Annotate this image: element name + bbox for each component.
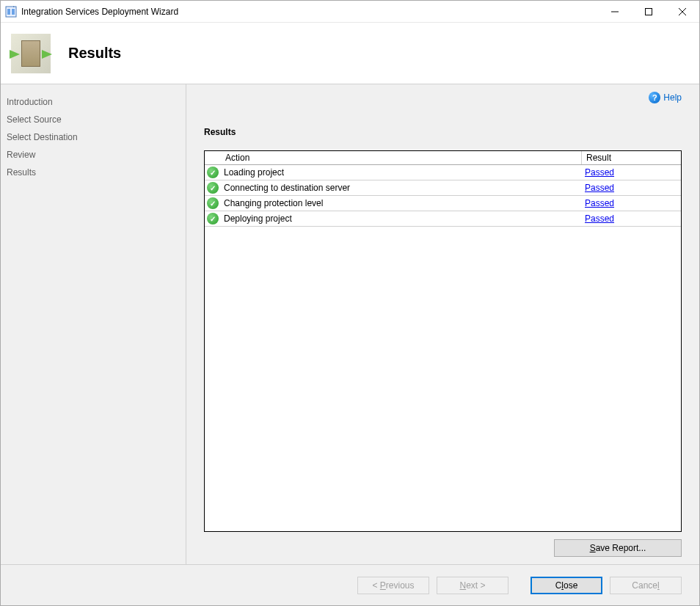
sidebar-item-select-destination[interactable]: Select Destination: [7, 128, 186, 146]
col-header-action[interactable]: Action: [221, 151, 582, 164]
svg-rect-2: [12, 9, 15, 15]
status-cell: ✓: [205, 211, 221, 226]
col-header-result[interactable]: Result: [582, 151, 681, 164]
wizard-header-icon: [11, 34, 51, 73]
action-cell: Changing protection level: [221, 196, 582, 211]
col-header-status[interactable]: [205, 151, 221, 164]
sidebar-item-review[interactable]: Review: [7, 146, 186, 164]
status-cell: ✓: [205, 180, 221, 195]
help-icon: ?: [649, 92, 660, 103]
save-report-button[interactable]: Save Report...: [554, 539, 682, 557]
result-link[interactable]: Passed: [585, 167, 614, 178]
status-cell: ✓: [205, 196, 221, 211]
results-section-title: Results: [204, 127, 682, 137]
previous-button: < Previous: [357, 577, 429, 594]
success-icon: ✓: [207, 197, 219, 209]
content-pane: ? Help Results Action Result ✓ Loading p…: [186, 84, 699, 564]
table-row: ✓ Loading project Passed: [205, 165, 681, 180]
sidebar-item-results[interactable]: Results: [7, 164, 186, 181]
sidebar-item-introduction[interactable]: Introduction: [7, 93, 186, 111]
table-row: ✓ Changing protection level Passed: [205, 196, 681, 211]
result-link[interactable]: Passed: [585, 213, 614, 224]
result-cell: Passed: [582, 211, 681, 226]
wizard-steps-sidebar: Introduction Select Source Select Destin…: [1, 84, 186, 564]
help-link[interactable]: ? Help: [649, 92, 682, 103]
result-cell: Passed: [582, 165, 681, 180]
action-cell: Connecting to destination server: [221, 180, 582, 195]
cancel-button: Cancel: [610, 577, 682, 594]
result-link[interactable]: Passed: [585, 198, 614, 208]
result-cell: Passed: [582, 196, 681, 211]
minimize-button[interactable]: [598, 1, 632, 23]
window-title: Integration Services Deployment Wizard: [21, 7, 178, 17]
maximize-button[interactable]: [632, 1, 666, 23]
save-report-row: Save Report...: [204, 539, 682, 557]
help-label: Help: [663, 92, 682, 103]
table-row: ✓ Deploying project Passed: [205, 211, 681, 227]
main-body: Introduction Select Source Select Destin…: [1, 84, 699, 564]
action-cell: Loading project: [221, 165, 582, 180]
table-header: Action Result: [205, 151, 681, 165]
close-button[interactable]: Close: [531, 577, 602, 594]
success-icon: ✓: [207, 182, 219, 194]
next-button: Next >: [437, 577, 508, 594]
page-title: Results: [68, 45, 121, 62]
svg-rect-1: [7, 9, 10, 15]
action-cell: Deploying project: [221, 211, 582, 226]
titlebar: Integration Services Deployment Wizard: [1, 1, 699, 23]
success-icon: ✓: [207, 167, 219, 178]
result-link[interactable]: Passed: [585, 183, 614, 193]
table-body: ✓ Loading project Passed ✓ Connecting to…: [205, 165, 681, 531]
svg-rect-4: [646, 8, 652, 15]
wizard-footer: < Previous Next > Close Cancel: [1, 564, 699, 605]
result-cell: Passed: [582, 180, 681, 195]
results-table: Action Result ✓ Loading project Passed ✓…: [204, 150, 682, 532]
table-row: ✓ Connecting to destination server Passe…: [205, 180, 681, 196]
close-window-button[interactable]: [666, 1, 699, 23]
status-cell: ✓: [205, 165, 221, 180]
sidebar-item-select-source[interactable]: Select Source: [7, 111, 186, 128]
app-icon: [5, 6, 17, 18]
success-icon: ✓: [207, 213, 219, 224]
wizard-header: Results: [1, 23, 699, 84]
